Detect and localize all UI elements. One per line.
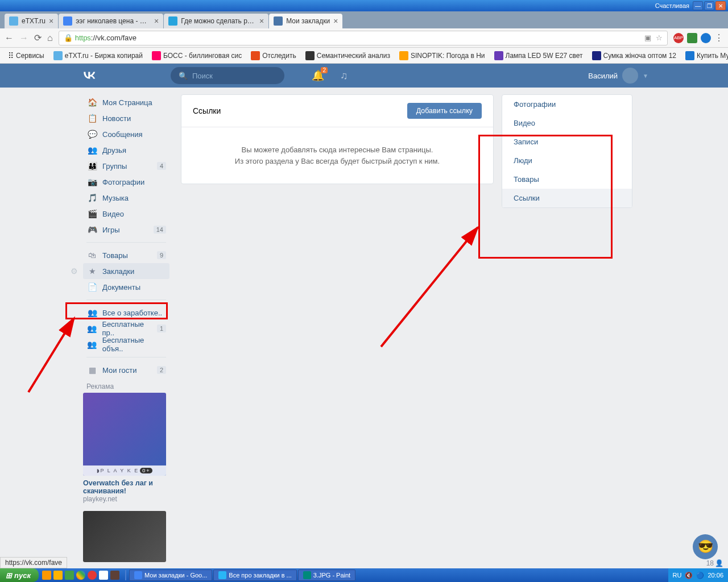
tab-title: Где можно сделать ребенк [181, 17, 256, 25]
sidebar-item[interactable]: 💬Сообщения [83, 126, 169, 142]
browser-tab[interactable]: Где можно сделать ребенк× [164, 14, 268, 28]
nav-icon: ▦ [86, 365, 98, 375]
online-count[interactable]: 18 👤 [706, 559, 723, 567]
sidebar-item[interactable]: 👥Бесплатные объя.. [83, 336, 169, 352]
bookmark-item[interactable]: SINOPTIK: Погода в Ни [396, 50, 489, 61]
avatar [622, 68, 638, 84]
bookmark-item[interactable]: Семантический анализ [302, 50, 394, 61]
apps-icon: ⠿ [8, 51, 14, 60]
vk-logo-icon[interactable] [80, 70, 98, 81]
qr-icon[interactable]: ▣ [644, 34, 651, 42]
back-button[interactable]: ← [5, 33, 14, 43]
fave-tab[interactable]: Записи [502, 132, 632, 151]
bookmark-item[interactable]: eTXT.ru - Биржа копирай [50, 50, 146, 61]
nav-icon: 🏠 [86, 98, 98, 107]
sidebar-item[interactable]: 👥Друзья [83, 142, 169, 158]
search-input[interactable]: 🔍 Поиск [171, 67, 284, 84]
notif-badge: 2 [321, 67, 328, 73]
ad-title[interactable]: Overwatch без лаг и скачивания! [83, 476, 169, 495]
chat-widget-button[interactable]: 😎 [693, 534, 718, 559]
bookmark-label: eTXT.ru - Биржа копирай [65, 52, 143, 60]
music-button[interactable]: ♫ [340, 70, 348, 82]
tab-close-icon[interactable]: × [259, 16, 264, 26]
tab-close-icon[interactable]: × [333, 16, 338, 26]
sidebar-item[interactable]: 🎬Видео [83, 206, 169, 222]
nav-icon: 👨‍👩‍👦 [86, 161, 98, 171]
main-content: Ссылки Добавить ссылку Вы можете добавля… [181, 94, 494, 562]
apps-button[interactable]: ⠿Сервисы [5, 50, 48, 61]
address-bar[interactable]: 🔒 https://vk.com/fave ▣ ☆ [59, 31, 668, 45]
sidebar-item[interactable]: 👨‍👩‍👦Группы4 [83, 158, 169, 174]
nav-icon: 👥 [86, 308, 98, 317]
browser-tab[interactable]: ээг николаев цена - Поиск× [59, 14, 163, 28]
user-menu[interactable]: Василий ▼ [588, 68, 648, 84]
url-host: ://vk.com [91, 34, 121, 42]
sidebar-item[interactable]: 🏠Моя Страница [83, 94, 169, 110]
sidebar-item[interactable]: 🎮Игры14 [83, 222, 169, 238]
maximize-button[interactable]: ❐ [704, 1, 714, 10]
window-titlebar: Счастливая — ❐ ✕ [0, 0, 728, 11]
favicon [274, 16, 283, 26]
abp-extension-icon[interactable]: ABP [673, 33, 684, 43]
tab-title: ээг николаев цена - Поиск [76, 17, 151, 25]
ad-image[interactable] [83, 511, 166, 562]
sidebar-item[interactable]: ▦Мои гости2 [83, 362, 169, 378]
favicon [63, 16, 72, 26]
search-placeholder: Поиск [192, 72, 213, 80]
fave-tab[interactable]: Товары [502, 170, 632, 189]
bookmark-item[interactable]: Сумка жіноча оптом 12 [589, 50, 680, 61]
window-profile-label: Счастливая [655, 2, 689, 9]
sidebar-item[interactable]: ⚙★Закладки [83, 263, 169, 279]
sidebar-item[interactable]: 👥Все о заработке.. [83, 305, 169, 321]
forward-button[interactable]: → [19, 33, 28, 43]
ad-image[interactable]: ◗P L A Y K E0+ [83, 393, 166, 476]
nav-icon: 👥 [86, 324, 98, 333]
home-button[interactable]: ⌂ [47, 33, 53, 43]
tab-title: Мои закладки [286, 17, 330, 25]
tab-close-icon[interactable]: × [49, 16, 53, 26]
add-link-button[interactable]: Добавить ссылку [407, 103, 482, 119]
minimize-button[interactable]: — [693, 1, 703, 10]
extension-icons: ABP ⋮ [673, 32, 723, 43]
sidebar-item[interactable]: 📋Новости [83, 110, 169, 126]
ad-brand-bar: ◗P L A Y K E0+ [83, 465, 166, 476]
menu-button[interactable]: ⋮ [714, 32, 723, 43]
browser-tab[interactable]: eTXT.ru× [5, 14, 58, 28]
fave-tab[interactable]: Люди [502, 151, 632, 170]
sidebar-item[interactable]: 📷Фотографии [83, 174, 169, 190]
notifications-button[interactable]: 🔔2 [312, 69, 324, 82]
extension-icon[interactable] [701, 33, 711, 43]
nav-count-badge: 2 [157, 366, 166, 374]
fave-tab[interactable]: Ссылки [502, 189, 632, 207]
bookmark-item[interactable]: Купить Мужская Рубаш [682, 50, 728, 61]
fave-tab[interactable]: Видео [502, 114, 632, 132]
bookmarks-bar: ⠿СервисыeTXT.ru - Биржа копирайБОСС - би… [0, 48, 728, 64]
search-icon: 🔍 [179, 72, 188, 80]
lock-icon: 🔒 [64, 34, 73, 42]
sidebar-item[interactable]: 🎵Музыка [83, 190, 169, 206]
sidebar-item[interactable]: 🛍Товары9 [83, 247, 169, 263]
bookmark-item[interactable]: Отследить [247, 50, 300, 61]
reload-button[interactable]: ⟳ [34, 32, 42, 43]
start-button[interactable]: ⊞пуск [0, 568, 39, 569]
tab-close-icon[interactable]: × [154, 16, 159, 26]
browser-tab[interactable]: Мои закладки× [269, 14, 342, 28]
tab-title: eTXT.ru [22, 17, 46, 25]
sidebar-item[interactable]: 👥Бесплатные пр..1 [83, 321, 169, 336]
sidebar-item[interactable]: 📄Документы [83, 279, 169, 295]
bookmark-item[interactable]: Лампа LED 5W E27 свет [491, 50, 586, 61]
browser-tabstrip: eTXT.ru×ээг николаев цена - Поиск×Где мо… [0, 11, 728, 28]
favicon [168, 16, 177, 26]
gear-icon[interactable]: ⚙ [71, 267, 78, 276]
nav-icon: 🎮 [86, 225, 98, 234]
star-icon[interactable]: ☆ [656, 34, 663, 42]
bookmark-item[interactable]: БОСС - биллинговая сис [148, 50, 245, 61]
nav-label: Бесплатные объя.. [102, 336, 166, 353]
extension-icon[interactable] [687, 33, 697, 43]
bookmark-favicon [305, 51, 315, 60]
annotation-arrow [23, 313, 85, 398]
fave-tab[interactable]: Фотографии [502, 95, 632, 114]
nav-label: Все о заработке.. [102, 309, 162, 317]
nav-icon: 📄 [86, 282, 98, 292]
close-button[interactable]: ✕ [715, 1, 726, 10]
